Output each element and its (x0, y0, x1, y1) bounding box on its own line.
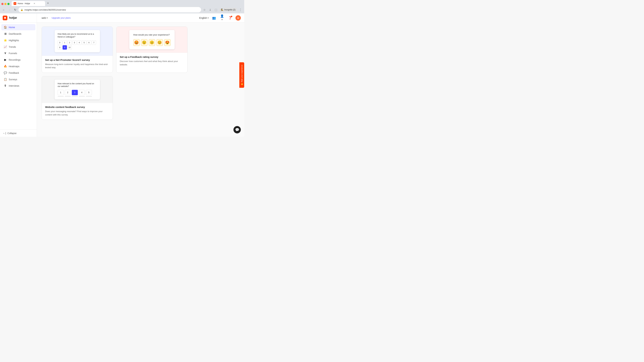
nps-question: How likely are you to recommend us to a … (58, 33, 97, 38)
dashboards-icon: ⊞ (4, 32, 7, 35)
incognito-pill[interactable]: 🕵 Incognito (2) (219, 8, 237, 11)
emoji-sad[interactable]: 😟 (141, 39, 148, 46)
sidebar-recordings-label: Recordings (9, 58, 21, 61)
language-selector[interactable]: English ▾ (199, 16, 209, 19)
emoji-neutral[interactable]: 😐 (149, 39, 155, 46)
nps-btn-6[interactable]: 6 (87, 40, 91, 45)
home-icon: 🏠 (4, 26, 7, 29)
feedback-rating-desc: Discover how customers feel and what the… (120, 60, 184, 66)
nps-card[interactable]: How likely are you to recommend us to a … (42, 26, 113, 73)
app-topbar: web ▾ Upgrade your plans English ▾ 👥 👤+ … (37, 13, 244, 22)
invite-btn[interactable]: 👤+ (219, 15, 225, 21)
web-selector[interactable]: web ▾ (40, 16, 49, 20)
chat-icon: 💬 (235, 128, 239, 132)
bookmark-btn[interactable]: ☆ (202, 7, 207, 12)
sidebar-highlights-label: Highlights (9, 39, 19, 42)
sidebar-item-interviews[interactable]: 🎙 Interviews (1, 83, 36, 89)
emoji-angry[interactable]: 😡 (133, 39, 140, 46)
language-chevron-icon: ▾ (208, 17, 209, 19)
new-tab-btn[interactable]: + (46, 1, 50, 5)
scale-btn-2[interactable]: 2 (65, 90, 71, 95)
nps-btn-7[interactable]: 7 (92, 40, 96, 45)
content-feedback-desc: Does your messaging resonate? Find ways … (45, 110, 109, 116)
nav-back-btn[interactable]: ← (1, 7, 6, 12)
scale-btn-3-selected[interactable]: 3 (72, 90, 78, 95)
nps-scale: 0 1 2 3 4 5 6 7 8 9 (58, 40, 97, 50)
sidebar-feedback-label: Feedback (9, 71, 19, 74)
nps-btn-0[interactable]: 0 (58, 40, 62, 45)
scale-btn-4[interactable]: 4 (79, 90, 85, 95)
sidebar-item-recordings[interactable]: ▶ Recordings (1, 57, 36, 63)
nav-refresh-btn[interactable]: ↻ (13, 7, 18, 12)
nps-btn-9-selected[interactable]: 9 (62, 45, 67, 50)
scale-btn-5[interactable]: 5 (86, 90, 92, 95)
empty-card-placeholder (116, 76, 188, 120)
sidebar-item-home[interactable]: 🏠 Home (1, 24, 36, 30)
emoji-happy[interactable]: 😊 (156, 39, 163, 46)
download-btn[interactable]: ⤓ (208, 7, 212, 12)
trends-icon: 📈 (4, 45, 7, 48)
nps-btn-4[interactable]: 4 (77, 40, 82, 45)
feedback-rating-card-body: Set up a Feedback rating survey Discover… (116, 53, 187, 69)
content-feedback-card[interactable]: How relevant is the content you found on… (42, 76, 113, 120)
hotjar-logo-icon (3, 15, 8, 20)
emoji-love[interactable]: 😍 (164, 39, 170, 46)
nps-card-desc: Measure long-term customer loyalty and h… (45, 63, 109, 69)
profile-btn[interactable]: ⬚ (214, 7, 218, 12)
feedback-rating-title: Set up a Feedback rating survey (120, 55, 184, 58)
user-avatar[interactable]: U (236, 15, 241, 21)
active-tab[interactable]: H Home - Hotjar ✕ (12, 1, 45, 6)
sidebar-item-dashboards[interactable]: ⊞ Dashboards (1, 31, 36, 37)
sidebar-item-surveys[interactable]: 📋 Surveys (1, 76, 36, 82)
surveys-icon: 📋 (4, 78, 7, 81)
sidebar-item-highlights[interactable]: ⭐ Highlights (1, 37, 36, 43)
emoji-rating: 😡 😟 😐 😊 😍 (133, 39, 170, 46)
web-label: web (42, 16, 46, 19)
sidebar-interviews-label: Interviews (9, 84, 19, 87)
sidebar-trends-label: Trends (9, 45, 16, 48)
add-user-btn[interactable]: 👥 (211, 15, 217, 21)
sidebar-nav: 🏠 Home ⊞ Dashboards ⭐ Highlights 📈 Trend… (0, 22, 37, 130)
tab-close-btn[interactable]: ✕ (34, 2, 35, 5)
nav-forward-btn[interactable]: → (7, 7, 12, 12)
nps-card-preview: How likely are you to recommend us to a … (42, 27, 113, 56)
recordings-icon: ▶ (4, 58, 7, 61)
scale-labels (58, 96, 97, 97)
sidebar-item-feedback[interactable]: 💬 Feedback (1, 70, 36, 76)
rate-experience-tab[interactable]: ⭐ Rate your experience (239, 62, 244, 88)
collapse-label: Collapse (8, 132, 16, 135)
incognito-text: Incognito (2) (224, 8, 236, 11)
collapse-button[interactable]: ←| Collapse (3, 132, 34, 135)
content-feedback-question: How relevant is the content you found on… (58, 82, 97, 88)
feedback-rating-preview: How would you rate your experience? 😡 😟 … (116, 27, 187, 53)
collapse-section: ←| Collapse (0, 130, 37, 137)
feedback-rating-question: How would you rate your experience? (133, 33, 170, 36)
web-chevron-icon: ▾ (46, 17, 48, 19)
nps-btn-8[interactable]: 8 (58, 45, 62, 50)
nps-btn-2[interactable]: 2 (68, 40, 72, 45)
url-bar[interactable]: 🔒 insights.hotjar.com/sites/3825551/over… (18, 7, 201, 12)
nps-btn-5[interactable]: 5 (82, 40, 86, 45)
nps-card-body: Set up a Net Promoter Score® survey Meas… (42, 56, 113, 72)
sidebar-item-trends[interactable]: 📈 Trends (1, 44, 36, 50)
content-feedback-widget: How relevant is the content you found on… (55, 80, 100, 99)
upgrade-link[interactable]: Upgrade your plans (52, 16, 70, 19)
sidebar-item-funnels[interactable]: ⛛ Funnels (1, 50, 36, 56)
main-content: How likely are you to recommend us to a … (37, 22, 244, 137)
nps-btn-10[interactable]: 10 (68, 45, 72, 50)
scale-btn-1[interactable]: 1 (58, 90, 64, 95)
nps-btn-3[interactable]: 3 (72, 40, 77, 45)
browser-menu-btn[interactable]: ⋮ (238, 7, 243, 12)
nps-widget: How likely are you to recommend us to a … (55, 30, 100, 52)
help-btn[interactable]: ❓ (228, 15, 233, 21)
sidebar-dashboards-label: Dashboards (9, 32, 22, 35)
nps-btn-1[interactable]: 1 (62, 40, 67, 45)
hotjar-logo-text: hotjar (9, 16, 17, 19)
nps-card-title: Set up a Net Promoter Score® survey (45, 58, 109, 61)
sidebar-funnels-label: Funnels (9, 52, 17, 55)
sidebar-item-heatmaps[interactable]: 🔥 Heatmaps (1, 63, 36, 69)
feedback-rating-card[interactable]: How would you rate your experience? 😡 😟 … (116, 26, 188, 73)
collapse-arrow-icon: ←| (3, 132, 6, 135)
chat-button[interactable]: 💬 (234, 126, 241, 133)
content-feedback-preview: How relevant is the content you found on… (42, 76, 113, 103)
